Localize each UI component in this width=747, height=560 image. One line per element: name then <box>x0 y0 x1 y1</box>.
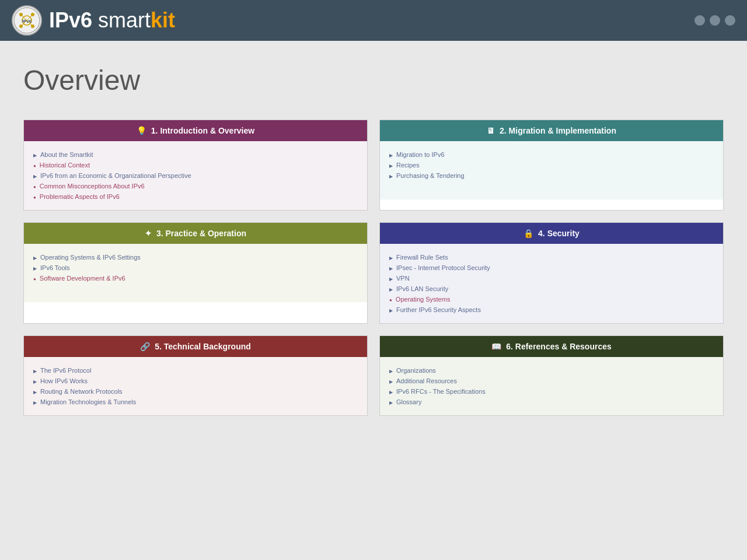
dot-3 <box>725 15 735 26</box>
arrow-icon <box>389 152 393 158</box>
list-item-label: The IPv6 Protocol <box>40 367 91 374</box>
header-smart: smart <box>98 8 151 32</box>
card-1: 💡 1. Introduction & OverviewAbout the Sm… <box>23 120 368 211</box>
list-item[interactable]: IPv6 from an Economic & Organizational P… <box>33 170 358 181</box>
card-2-title: 🖥 2. Migration & Implementation <box>487 126 616 135</box>
header-kit: kit <box>151 8 175 32</box>
header-left: IPv6 IPv6 smartkit <box>12 5 175 36</box>
arrow-icon <box>389 286 393 292</box>
list-item[interactable]: How IPv6 Works <box>33 376 358 386</box>
section-icon-4: 🔒 <box>523 229 533 238</box>
card-4: 🔒 4. SecurityFirewall Rule SetsIPsec - I… <box>379 222 724 324</box>
arrow-icon <box>33 399 37 405</box>
card-5-header: 🔗 5. Technical Background <box>24 336 367 357</box>
list-item-label: Firewall Rule Sets <box>396 254 448 261</box>
arrow-icon <box>33 378 37 384</box>
section-icon-6: 📖 <box>491 342 501 351</box>
list-item-label: Operating Systems & IPv6 Settings <box>40 254 141 261</box>
list-item-label: IPv6 RFCs - The Specifications <box>396 388 486 395</box>
list-item[interactable]: Operating Systems & IPv6 Settings <box>33 252 358 262</box>
header-title: IPv6 smartkit <box>49 8 175 33</box>
list-item-label: IPv6 LAN Security <box>396 285 448 292</box>
card-6-title: 📖 6. References & Resources <box>491 342 612 351</box>
list-item[interactable]: Historical Context <box>33 160 358 170</box>
card-1-title: 💡 1. Introduction & Overview <box>137 126 254 135</box>
list-item[interactable]: Purchasing & Tendering <box>389 170 714 181</box>
card-3: ✦ 3. Practice & OperationOperating Syste… <box>23 222 368 324</box>
list-item[interactable]: Operating Systems <box>389 294 714 304</box>
list-item[interactable]: Common Misconceptions About IPv6 <box>33 181 358 191</box>
card-4-header: 🔒 4. Security <box>380 223 723 244</box>
card-5-body: The IPv6 ProtocolHow IPv6 WorksRouting &… <box>24 357 367 415</box>
arrow-icon <box>33 152 37 158</box>
section-icon-3: ✦ <box>145 229 152 238</box>
page-title: Overview <box>23 64 724 96</box>
list-item[interactable]: Migration Technologies & Tunnels <box>33 397 358 407</box>
card-4-body: Firewall Rule SetsIPsec - Internet Proto… <box>380 244 723 323</box>
list-item-label: VPN <box>396 275 410 282</box>
arrow-icon <box>33 368 37 374</box>
list-item[interactable]: Recipes <box>389 160 714 170</box>
bullet-icon <box>33 183 36 190</box>
arrow-icon <box>389 265 393 271</box>
list-item-label: Organizations <box>396 367 436 374</box>
list-item-label: Problematic Aspects of IPv6 <box>40 193 120 200</box>
card-3-body: Operating Systems & IPv6 SettingsIPv6 To… <box>24 244 367 302</box>
bullet-icon <box>389 296 392 303</box>
cards-grid: 💡 1. Introduction & OverviewAbout the Sm… <box>23 120 724 416</box>
arrow-icon <box>389 275 393 282</box>
list-item[interactable]: Migration to IPv6 <box>389 149 714 160</box>
arrow-icon <box>389 162 393 169</box>
header-dots <box>694 15 735 26</box>
card-1-body: About the SmartkitHistorical ContextIPv6… <box>24 141 367 210</box>
card-1-header: 💡 1. Introduction & Overview <box>24 120 367 141</box>
list-item-label: IPv6 from an Economic & Organizational P… <box>40 172 191 179</box>
card-2: 🖥 2. Migration & ImplementationMigration… <box>379 120 724 211</box>
list-item-label: About the Smartkit <box>40 151 93 158</box>
list-item[interactable]: IPv6 LAN Security <box>389 284 714 294</box>
list-item-label: Operating Systems <box>396 296 451 303</box>
list-item[interactable]: Glossary <box>389 397 714 407</box>
card-4-title: 🔒 4. Security <box>523 229 580 238</box>
arrow-icon <box>389 399 393 405</box>
logo: IPv6 <box>12 5 42 36</box>
list-item-label: Recipes <box>396 162 420 169</box>
page-content: Overview 💡 1. Introduction & OverviewAbo… <box>0 41 747 439</box>
list-item[interactable]: Further IPv6 Security Aspects <box>389 304 714 315</box>
list-item-label: Glossary <box>396 398 421 405</box>
arrow-icon <box>389 173 393 179</box>
list-item[interactable]: Routing & Network Protocols <box>33 386 358 397</box>
list-item-label: Software Development & IPv6 <box>40 275 125 282</box>
arrow-icon <box>389 388 393 395</box>
section-icon-5: 🔗 <box>140 342 150 351</box>
list-item[interactable]: Software Development & IPv6 <box>33 273 358 284</box>
arrow-icon <box>33 254 37 261</box>
list-item[interactable]: IPsec - Internet Protocol Security <box>389 262 714 273</box>
list-item-label: IPv6 Tools <box>40 264 70 271</box>
section-icon-2: 🖥 <box>487 126 495 135</box>
list-item[interactable]: IPv6 Tools <box>33 262 358 273</box>
arrow-icon <box>389 307 393 313</box>
arrow-icon <box>33 265 37 271</box>
list-item[interactable]: Additional Resources <box>389 376 714 386</box>
header: IPv6 IPv6 smartkit <box>0 0 747 41</box>
bullet-icon <box>33 194 36 200</box>
arrow-icon <box>389 254 393 261</box>
arrow-icon <box>389 368 393 374</box>
list-item-label: Migration Technologies & Tunnels <box>40 398 136 405</box>
arrow-icon <box>389 378 393 384</box>
card-2-header: 🖥 2. Migration & Implementation <box>380 120 723 141</box>
card-5: 🔗 5. Technical BackgroundThe IPv6 Protoc… <box>23 335 368 416</box>
card-3-header: ✦ 3. Practice & Operation <box>24 223 367 244</box>
list-item[interactable]: The IPv6 Protocol <box>33 365 358 376</box>
card-2-body: Migration to IPv6RecipesPurchasing & Ten… <box>380 141 723 200</box>
section-icon-1: 💡 <box>137 126 146 135</box>
list-item[interactable]: Firewall Rule Sets <box>389 252 714 262</box>
header-ipv6: IPv6 <box>49 8 92 32</box>
list-item[interactable]: Problematic Aspects of IPv6 <box>33 191 358 202</box>
list-item[interactable]: IPv6 RFCs - The Specifications <box>389 386 714 397</box>
list-item[interactable]: About the Smartkit <box>33 149 358 160</box>
list-item[interactable]: VPN <box>389 273 714 284</box>
list-item[interactable]: Organizations <box>389 365 714 376</box>
list-item-label: Purchasing & Tendering <box>396 172 465 179</box>
